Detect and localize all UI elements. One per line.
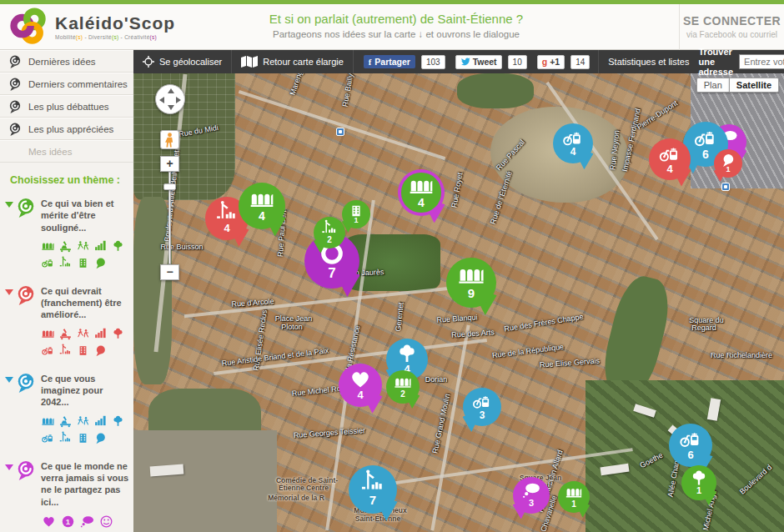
idea-marker-fence-2[interactable]: 2 [386,370,420,404]
building-icon[interactable] [76,431,90,445]
crane-icon[interactable] [58,256,73,270]
logo-tagline: Mobilité(s) - Diversité(s) - Créativité(… [55,34,175,40]
transit-station-icon[interactable] [336,128,344,136]
heart-icon[interactable] [41,514,57,529]
fence-icon[interactable] [41,327,55,341]
geolocate-button[interactable]: Se géolocaliser [133,50,232,73]
factory-icon[interactable] [93,239,108,253]
balloon-icon[interactable] [93,344,108,358]
street-label: Rue de la République [491,343,564,359]
idea-marker-fence-9[interactable]: 9 [446,258,496,308]
gplus-button[interactable]: g+1 [537,55,565,69]
transport-icon[interactable] [41,344,55,358]
transport-icon[interactable] [41,256,55,270]
crane-icon[interactable] [58,431,73,445]
map-pan-control[interactable] [155,84,185,114]
idea-marker-tree-1[interactable]: 1 [681,465,716,500]
marker-count: 6 [669,449,712,461]
theme-filter-0[interactable]: Ce qui va bien et mérite d'être souligné… [0,191,133,279]
idea-marker-crane-7[interactable]: 7 [349,465,397,514]
sport-icon[interactable] [76,239,90,253]
fence-icon[interactable] [41,414,55,429]
sidebar-item-dernieres-idees[interactable]: Dernières idées [0,50,133,73]
theme-filter-3[interactable]: Ce que le monde ne verra jamais si vous … [0,454,133,532]
pan-left-icon[interactable] [159,97,164,103]
balloon-icon[interactable] [93,256,108,270]
pan-up-icon[interactable] [168,88,174,93]
tree-icon[interactable] [111,414,125,429]
sidebar-item-mes-idees[interactable]: Mes idées [0,140,133,163]
pegman-control[interactable] [160,130,179,149]
idea-marker-thought-3[interactable]: 3 [513,477,550,514]
idea-marker-transport-6[interactable]: 6 [669,424,712,467]
tree-icon[interactable] [111,239,125,253]
marker-count: 7 [304,265,359,282]
logo-rings-icon [8,8,48,46]
chevron-down-icon[interactable] [5,377,13,383]
kaleidoscop-app: Kaléido'Scop Mobilité(s) - Diversité(s) … [0,0,784,532]
idea-marker-building-1[interactable]: 1 [342,200,370,228]
facebook-count: 103 [421,55,445,69]
zoom-slider-handle[interactable] [163,183,176,190]
marker-body: 7 [349,465,397,514]
back-to-map-button[interactable]: Retour carte élargie [232,50,354,73]
idea-marker-fence-4[interactable]: 4 [398,169,445,216]
works-icon[interactable] [58,239,73,253]
zoom-out-button[interactable]: − [160,264,179,280]
idea-marker-transport-3[interactable]: 3 [463,388,501,426]
map-type-plan-button[interactable]: Plan [696,78,729,93]
tweet-button[interactable]: Tweet [455,55,502,69]
fence-icon[interactable] [41,239,55,253]
idea-marker-fence-1[interactable]: 1 [558,481,590,513]
building-icon[interactable] [76,256,90,270]
smiley-icon[interactable] [98,514,114,529]
theme-filter-2[interactable]: Ce que vous imaginez pour 2042... [0,366,133,454]
idea-marker-fence-4[interactable]: 4 [239,183,285,229]
sport-icon[interactable] [76,327,90,341]
factory-icon[interactable] [93,327,108,341]
marker-body: 1 [342,200,370,228]
pan-down-icon[interactable] [168,105,174,110]
street-label: Rue Royet [450,172,464,208]
sidebar-item-derniers-commentaires[interactable]: Derniers commentaires [0,73,133,95]
sport-icon[interactable] [76,414,90,429]
theme-filter-1[interactable]: Ce qui devrait (franchement) être amélio… [0,279,133,366]
idea-marker-transport-4[interactable]: 4 [649,138,691,180]
map-type-satellite-button[interactable]: Satellite [729,78,779,93]
one-icon[interactable]: 1 [60,514,76,529]
building-icon[interactable] [76,344,90,358]
marker-body: 2 [314,217,345,248]
marker-count: 1 [342,216,370,224]
address-input[interactable] [739,54,784,69]
works-icon[interactable] [58,414,73,429]
balloon-icon[interactable] [93,431,108,445]
login-button[interactable]: SE CONNECTER via Facebook ou courriel [679,4,784,50]
works-icon[interactable] [58,327,73,341]
idea-marker-heart-4[interactable]: 4 [339,364,382,407]
sidebar-item-plus-appreciees[interactable]: Les plus appréciées [0,118,133,140]
thought-icon[interactable] [79,514,95,529]
factory-icon[interactable] [93,414,108,429]
crane-icon[interactable] [58,344,73,358]
zoom-in-button[interactable]: + [160,156,179,172]
satellite-map[interactable]: MarengoRue BaillyRue du MidiBoulevard Al… [133,73,784,532]
idea-marker-crane-2[interactable]: 2 [314,217,345,248]
back-to-map-label: Retour carte élargie [263,57,344,67]
road [184,286,459,318]
idea-marker-balloon-1[interactable]: 1 [714,149,742,178]
pan-right-icon[interactable] [176,97,181,103]
transport-icon[interactable] [41,431,55,445]
logo[interactable]: Kaléido'Scop Mobilité(s) - Diversité(s) … [8,8,175,46]
tree-icon[interactable] [111,327,125,341]
speech-bubble-icon [8,55,22,68]
idea-marker-transport-4[interactable]: 4 [553,123,593,163]
chevron-down-icon[interactable] [5,464,13,470]
facebook-share-button[interactable]: f Partager [364,55,415,68]
sidebar-item-plus-debattues[interactable]: Les plus débattues [0,95,133,118]
address-search-label: Trouver une adresse [698,47,733,77]
transit-station-icon[interactable] [721,183,730,191]
marker-count: 4 [398,196,445,209]
chevron-down-icon[interactable] [5,289,13,295]
chevron-down-icon[interactable] [5,202,13,208]
stats-button[interactable]: Statistiques et listes [598,50,698,73]
